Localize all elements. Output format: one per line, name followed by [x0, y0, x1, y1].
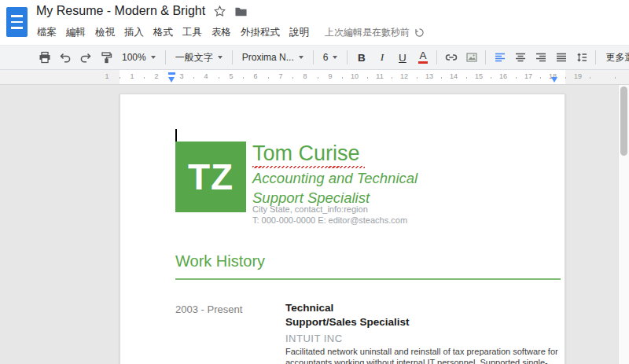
- ruler-number: 16: [499, 72, 507, 80]
- italic-button[interactable]: I: [372, 48, 392, 67]
- chevron-down-icon: [151, 56, 156, 59]
- menu-addons[interactable]: 外掛程式: [236, 24, 285, 42]
- menu-table[interactable]: 表格: [207, 24, 236, 42]
- chevron-down-icon: [299, 56, 303, 59]
- redo-button[interactable]: [75, 48, 95, 67]
- job-company[interactable]: INTUIT INC: [285, 332, 562, 345]
- menu-insert[interactable]: 插入: [120, 24, 149, 42]
- document-page[interactable]: TZ Tom Curise Accounting and Technical S…: [120, 94, 565, 364]
- align-left-icon: [493, 50, 507, 64]
- resume-logo-block[interactable]: TZ: [175, 142, 246, 212]
- line-spacing-button[interactable]: [572, 48, 591, 67]
- ruler-number: 1: [130, 72, 134, 80]
- menu-file[interactable]: 檔案: [32, 24, 61, 42]
- menu-tools[interactable]: 工具: [178, 24, 207, 42]
- align-right-icon: [534, 50, 548, 64]
- menu-format[interactable]: 格式: [149, 24, 178, 42]
- job-details[interactable]: Technical Support/Sales Specialist INTUI…: [285, 301, 562, 364]
- underline-icon: U: [399, 52, 406, 64]
- underline-button[interactable]: U: [392, 48, 412, 67]
- right-indent-marker[interactable]: [551, 77, 557, 83]
- job-title-line1[interactable]: Technical: [285, 301, 562, 315]
- menu-edit[interactable]: 編輯: [61, 24, 90, 42]
- left-indent-marker[interactable]: [168, 77, 175, 83]
- print-icon: [38, 50, 52, 64]
- text-cursor: [175, 129, 177, 142]
- font-size-value: 6: [323, 52, 329, 63]
- ruler-number: 10: [351, 72, 359, 80]
- image-icon: [465, 50, 479, 64]
- job-description[interactable]: Facilitated network uninstall and reinst…: [285, 347, 562, 364]
- insert-link-button[interactable]: [441, 48, 461, 67]
- undo-button[interactable]: [55, 48, 75, 67]
- toolbar: 100% 一般文字 Proxima N... 6 B I U A: [0, 45, 629, 70]
- history-icon: [414, 27, 425, 39]
- text-color-icon: A: [418, 51, 428, 64]
- section-heading[interactable]: Work History: [175, 252, 265, 270]
- last-edit-text: 上次編輯是在數秒前: [325, 26, 410, 39]
- job-period[interactable]: 2003 - Present: [175, 303, 242, 315]
- scrollbar-thumb[interactable]: [620, 86, 627, 156]
- resume-contact[interactable]: T: 000-000-0000 E: editor@steachs.com: [252, 215, 407, 225]
- resume-address[interactable]: City State, contact_info:region: [252, 204, 368, 214]
- paint-format-icon: [99, 50, 113, 64]
- last-edit-status[interactable]: 上次編輯是在數秒前: [325, 26, 425, 39]
- menu-bar: 檔案 編輯 檢視 插入 格式 工具 表格 外掛程式 說明 上次編輯是在數秒前: [32, 24, 425, 42]
- resume-name[interactable]: Tom Curise: [252, 142, 360, 166]
- menu-help[interactable]: 說明: [285, 24, 314, 42]
- resume-role-line1[interactable]: Accounting and Technical: [252, 170, 417, 187]
- toolbar-separator: [485, 50, 486, 64]
- move-folder-icon[interactable]: [234, 6, 248, 17]
- align-right-button[interactable]: [531, 48, 550, 67]
- bold-icon: B: [358, 52, 366, 64]
- bold-button[interactable]: B: [351, 48, 371, 67]
- first-line-indent-marker[interactable]: [168, 72, 175, 75]
- toolbar-separator: [595, 50, 596, 64]
- toolbar-separator: [165, 50, 166, 64]
- font-select[interactable]: Proxima N...: [237, 48, 309, 67]
- section-divider: [175, 278, 561, 280]
- document-title[interactable]: My Resume - Modern & Bright: [36, 4, 205, 18]
- justify-button[interactable]: [551, 48, 571, 67]
- more-options-label: 更多選項: [605, 51, 629, 64]
- toolbar-separator: [436, 50, 437, 64]
- paragraph-style-value: 一般文字: [175, 51, 213, 64]
- italic-icon: I: [381, 51, 384, 64]
- job-title-line2[interactable]: Support/Sales Specialist: [285, 315, 562, 329]
- line-spacing-icon: [575, 50, 589, 64]
- insert-image-button[interactable]: [462, 48, 481, 67]
- toolbar-separator: [313, 50, 314, 64]
- ruler-number: 19: [574, 72, 582, 80]
- paragraph-style-select[interactable]: 一般文字: [170, 48, 228, 67]
- font-size-select[interactable]: 6: [318, 48, 344, 67]
- top-bar: My Resume - Modern & Bright 檔案 編輯 檢視 插入 …: [0, 0, 629, 45]
- text-color-button[interactable]: A: [413, 48, 432, 67]
- zoom-value: 100%: [122, 52, 146, 63]
- vertical-scrollbar[interactable]: [618, 85, 629, 364]
- star-icon[interactable]: [213, 5, 226, 18]
- menu-view[interactable]: 檢視: [90, 24, 120, 42]
- align-center-button[interactable]: [510, 48, 530, 67]
- ruler-number: 11: [376, 72, 383, 80]
- undo-icon: [58, 50, 72, 64]
- title-row: My Resume - Modern & Bright: [36, 4, 248, 18]
- print-button[interactable]: [35, 48, 54, 67]
- ruler-number: 2: [154, 72, 158, 80]
- redo-icon: [79, 50, 93, 64]
- paint-format-button[interactable]: [96, 48, 116, 67]
- more-options-button[interactable]: 更多選項: [600, 48, 629, 67]
- ruler-number: 15: [475, 72, 483, 80]
- ruler-number: 7: [278, 72, 282, 80]
- align-left-button[interactable]: [490, 48, 509, 67]
- ruler-number: 4: [204, 72, 208, 80]
- ruler-number: 6: [253, 72, 257, 80]
- ruler-number: 17: [524, 72, 532, 80]
- link-icon: [444, 50, 458, 64]
- zoom-select[interactable]: 100%: [116, 48, 161, 67]
- document-canvas: TZ Tom Curise Accounting and Technical S…: [0, 85, 629, 364]
- ruler-ticks: [0, 70, 629, 84]
- ruler-number: 13: [425, 72, 433, 80]
- ruler-number: 12: [400, 72, 408, 80]
- ruler-number: 5: [229, 72, 233, 80]
- docs-logo-icon[interactable]: [6, 7, 28, 37]
